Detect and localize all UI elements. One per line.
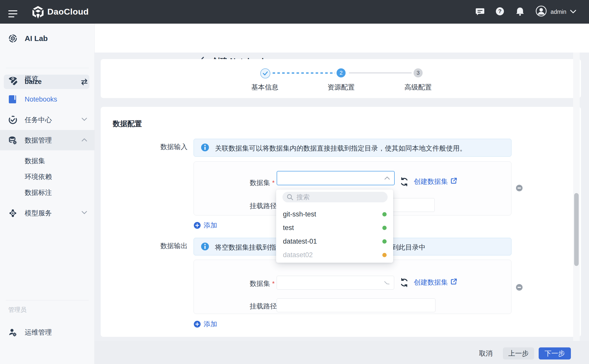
chevron-down-icon	[384, 281, 390, 286]
chevron-up-icon	[81, 138, 87, 143]
database-gear-icon	[8, 135, 17, 146]
sidebar-item-datasets[interactable]: 数据集	[0, 153, 94, 169]
data-output-group: 数据集* 创建数据集 挂载路径*	[194, 260, 511, 314]
next-step-button[interactable]: 下一步	[539, 347, 571, 359]
sidebar-divider	[6, 300, 89, 300]
refresh-icon[interactable]	[400, 278, 409, 288]
scrollbar-track[interactable]	[573, 53, 580, 341]
step1-label: 基本信息	[251, 83, 278, 92]
data-input-hint-text: 关联数据集可以将数据集内的数据直接挂载到指定目录，使其如同本地文件般使用。	[215, 144, 466, 153]
admin-section-label: 管理员	[8, 306, 26, 314]
svg-text:?: ?	[498, 8, 502, 14]
sidebar-item-label: 环境依赖	[25, 172, 52, 181]
sidebar-item-task-center[interactable]: 任务中心	[0, 112, 94, 128]
sidebar-item-data-management[interactable]: 数据管理	[0, 132, 94, 148]
dropdown-option[interactable]: datatest-01	[276, 235, 393, 248]
user-menu[interactable]: admin	[535, 5, 576, 18]
status-dot	[382, 239, 387, 244]
sidebar: AI Lab baize 概览 Notebooks	[0, 24, 95, 364]
dropdown-search-input[interactable]	[296, 193, 380, 201]
task-check-icon	[8, 115, 17, 125]
daocloud-logo-icon[interactable]	[32, 6, 44, 20]
dataset-select-input[interactable]	[277, 171, 395, 185]
status-dot	[382, 212, 387, 216]
notebook-icon	[8, 94, 17, 104]
user-gear-icon	[8, 327, 17, 338]
step-connector-done	[273, 72, 335, 74]
external-link-icon	[450, 278, 457, 287]
required-asterisk: *	[272, 280, 275, 287]
chevron-down-icon	[81, 211, 87, 216]
step3-circle[interactable]: 3	[414, 68, 423, 77]
sidebar-item-model-service[interactable]: 模型服务	[0, 205, 94, 221]
help-icon[interactable]: ?	[495, 7, 505, 17]
external-link-icon	[450, 177, 457, 186]
refresh-icon[interactable]	[400, 177, 409, 187]
remove-data-output-button[interactable]	[516, 284, 523, 291]
step3-label: 高级配置	[404, 83, 432, 92]
sidebar-item-label: Notebooks	[25, 96, 57, 103]
brand-name[interactable]: DaoCloud	[47, 7, 89, 17]
create-dataset-link[interactable]: 创建数据集	[414, 177, 457, 186]
data-input-hint-banner: 关联数据集可以将数据集内的数据直接挂载到指定目录，使其如同本地文件般使用。	[194, 139, 511, 157]
cancel-button[interactable]: 取消	[477, 347, 495, 359]
dropdown-search[interactable]	[282, 192, 388, 202]
check-icon	[263, 71, 268, 75]
plus-icon	[194, 321, 201, 328]
add-data-input-button[interactable]: 添加	[194, 221, 217, 230]
add-data-output-button[interactable]: 添加	[194, 320, 217, 329]
sidebar-item-label: 数据管理	[25, 136, 52, 145]
scrollbar-thumb[interactable]	[574, 193, 579, 266]
chevron-up-icon	[384, 176, 390, 181]
step-connector-todo	[349, 72, 412, 73]
previous-step-button[interactable]: 上一步	[503, 347, 534, 359]
create-dataset-link[interactable]: 创建数据集	[414, 278, 457, 287]
footer-bar: 取消 上一步 下一步	[94, 341, 589, 364]
sidebar-item-label: 任务中心	[25, 115, 52, 124]
sidebar-item-label: 数据标注	[25, 188, 52, 197]
data-input-label: 数据输入	[160, 142, 186, 151]
notifications-bell-icon[interactable]	[515, 7, 525, 17]
stepper-card: 2 3 基本信息 资源配置 高级配置	[101, 59, 581, 98]
sidebar-item-label: 数据集	[25, 156, 45, 165]
mount-path-input-output[interactable]	[277, 298, 435, 312]
dropdown-option[interactable]: test	[276, 221, 393, 235]
sidebar-product: AI Lab	[0, 30, 94, 47]
section-title: 数据配置	[113, 119, 142, 129]
sidebar-item-label: 概览	[25, 74, 38, 83]
info-icon	[201, 143, 209, 153]
dataset-select-output[interactable]	[277, 276, 394, 290]
dropdown-option[interactable]: git-ssh-test	[276, 207, 393, 221]
dataset-label: 数据集*	[250, 178, 275, 187]
search-icon	[286, 194, 293, 201]
plus-icon	[194, 222, 201, 229]
step2-label: 资源配置	[327, 83, 355, 92]
status-dot	[382, 253, 387, 257]
sidebar-item-ops-management[interactable]: 运维管理	[0, 324, 94, 340]
data-output-hint-text-right: 到此目录中	[392, 243, 426, 252]
chevron-down-icon	[81, 117, 87, 122]
info-icon	[201, 242, 209, 252]
sidebar-item-overview[interactable]: 概览	[0, 71, 94, 87]
messages-icon[interactable]	[475, 7, 485, 17]
page-header: 创建 Notebook	[94, 24, 589, 53]
sidebar-item-notebooks[interactable]: Notebooks	[0, 91, 94, 107]
remove-data-input-button[interactable]	[516, 185, 523, 191]
eye-icon	[8, 75, 17, 82]
ai-lab-icon	[8, 32, 17, 45]
step2-active-circle[interactable]: 2	[337, 68, 346, 77]
sidebar-divider	[6, 68, 89, 68]
dataset-label: 数据集*	[250, 279, 275, 288]
required-asterisk: *	[272, 179, 275, 187]
dataset-dropdown-panel: git-ssh-test test datatest-01 dataset02	[276, 190, 393, 263]
step1-done-circle[interactable]	[260, 68, 270, 78]
dropdown-option-disabled: dataset02	[276, 248, 393, 262]
hamburger-menu-icon[interactable]	[8, 10, 17, 17]
top-bar: DaoCloud ? admin	[0, 0, 589, 24]
sidebar-item-data-annotation[interactable]: 数据标注	[0, 185, 94, 201]
avatar-icon	[535, 5, 547, 18]
data-output-label: 数据输出	[160, 241, 186, 250]
app-window: DaoCloud ? admin	[0, 0, 589, 364]
sidebar-item-label: 运维管理	[25, 328, 52, 337]
sidebar-item-env-dependencies[interactable]: 环境依赖	[0, 169, 94, 185]
